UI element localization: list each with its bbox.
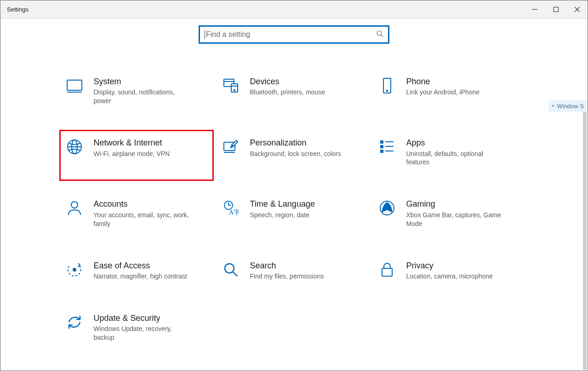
titlebar: Settings [0,0,588,19]
svg-rect-20 [381,141,383,143]
svg-line-5 [381,35,383,37]
tag-label: Window S [557,103,584,110]
minimize-button[interactable] [524,0,545,19]
svg-point-26 [71,202,78,208]
category-desc: Uninstall, defaults, optional features [406,150,503,167]
svg-text:A字: A字 [229,209,239,216]
category-time[interactable]: A字 Time & Language Speech, region, date [218,194,370,233]
category-title: Devices [250,76,325,87]
personalization-icon [222,138,240,156]
category-network[interactable]: Network & Internet Wi-Fi, airplane mode,… [59,130,214,181]
category-desc: Your accounts, email, sync, work, family [94,211,190,228]
category-title: Personalization [250,138,341,148]
tag-dot-icon [552,105,554,107]
close-icon [575,7,580,12]
category-title: Network & Internet [94,138,170,148]
category-personalization[interactable]: Personalization Background, lock screen,… [218,133,370,172]
category-desc: Wi-Fi, airplane mode, VPN [94,150,170,158]
svg-rect-35 [382,268,392,276]
category-desc: Narrator, magnifier, high contrast [94,272,187,281]
category-update[interactable]: Update & Security Windows Update, recove… [62,308,214,347]
settings-window: Settings Find a setting [0,0,588,371]
time-language-icon: A字 [222,199,240,217]
category-title: Gaming [406,199,503,209]
category-phone[interactable]: Phone Link your Android, iPhone [375,71,526,110]
category-title: System [94,76,190,87]
content-area: Find a setting System Display, sound, no… [0,19,588,371]
category-title: Update & Security [94,313,190,324]
window-title: Settings [7,6,29,13]
system-icon [65,76,84,95]
category-desc: Location, camera, microphone [406,272,493,281]
category-title: Accounts [94,199,190,209]
category-desc: Bluetooth, printers, mouse [250,88,325,97]
category-search[interactable]: Search Find my files, permissions [218,255,370,286]
svg-point-33 [225,264,234,273]
maximize-button[interactable] [545,0,566,19]
category-ease-of-access[interactable]: Ease of Access Narrator, magnifier, high… [62,255,214,286]
text-caret [205,30,205,39]
svg-point-14 [386,90,388,92]
category-desc: Background, lock screen, colors [250,150,341,158]
accounts-icon [65,199,84,217]
category-desc: Speech, region, date [250,211,315,220]
svg-rect-6 [67,80,82,90]
search-icon [376,30,383,39]
category-devices[interactable]: Devices Bluetooth, printers, mouse [218,71,370,110]
svg-rect-1 [554,7,558,12]
minimize-icon [532,7,537,12]
svg-point-4 [377,31,382,35]
category-title: Time & Language [250,199,315,209]
maximize-icon [554,7,559,12]
svg-point-32 [73,268,76,271]
search-input[interactable]: Find a setting [199,25,389,44]
category-title: Ease of Access [94,261,187,271]
category-privacy[interactable]: Privacy Location, camera, microphone [375,255,526,286]
svg-rect-21 [381,145,383,148]
devices-icon [222,76,240,95]
category-title: Privacy [406,261,493,271]
category-desc: Xbox Game Bar, captures, Game Mode [406,211,503,228]
close-button[interactable] [566,0,588,19]
categories-grid: System Display, sound, notifications, po… [0,71,588,361]
category-accounts[interactable]: Accounts Your accounts, email, sync, wor… [62,194,214,233]
ease-of-access-icon [65,261,84,279]
category-title: Apps [406,138,503,148]
category-desc: Windows Update, recovery, backup [94,325,190,342]
globe-icon [65,138,84,156]
category-gaming[interactable]: Gaming Xbox Game Bar, captures, Game Mod… [375,194,526,233]
gaming-icon [378,199,396,217]
update-icon [65,313,84,331]
overlay-tag[interactable]: Window S [548,100,588,112]
category-apps[interactable]: Apps Uninstall, defaults, optional featu… [375,133,526,172]
magnifier-icon [222,261,240,279]
apps-icon [378,138,396,156]
category-title: Phone [406,76,480,87]
search-placeholder: Find a setting [206,30,376,39]
vertical-scrollbar[interactable] [583,101,587,370]
svg-line-34 [233,272,237,276]
category-title: Search [250,261,324,271]
lock-icon [378,261,396,279]
phone-icon [378,76,396,95]
category-desc: Find my files, permissions [250,272,324,281]
svg-point-12 [234,90,234,91]
category-desc: Link your Android, iPhone [406,88,480,97]
category-desc: Display, sound, notifications, power [94,88,190,105]
category-system[interactable]: System Display, sound, notifications, po… [62,71,214,110]
svg-rect-22 [381,150,383,152]
